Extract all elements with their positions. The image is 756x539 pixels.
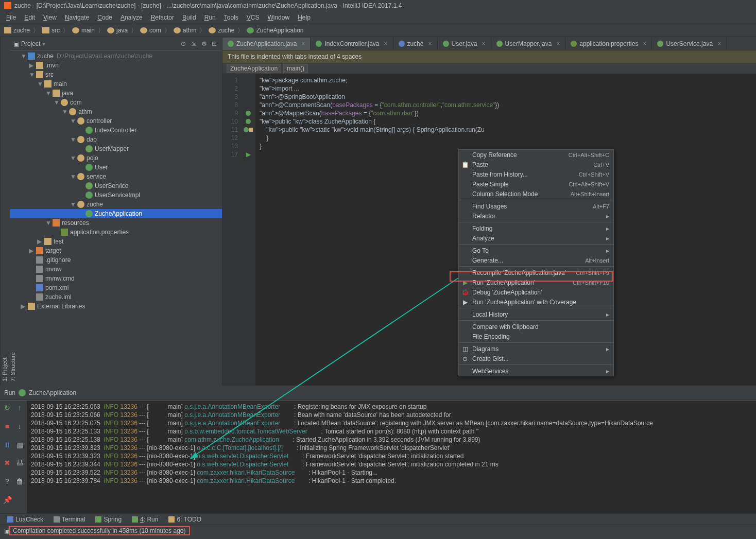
bottom-tab-LuaCheck[interactable]: LuaCheck [2,516,48,523]
tab-close-icon[interactable]: × [717,40,721,47]
tab-User.java[interactable]: User.java× [438,38,491,50]
tree-item-java[interactable]: ▼java [10,89,222,98]
tab-UserService.java[interactable]: UserService.java× [652,38,727,50]
menu-view[interactable]: View [39,13,61,22]
tree-item-UserService[interactable]: UserService [10,181,222,190]
tree-item-zuche[interactable]: ▼zucheD:\Project\Java\Learn\zuche\zuche [10,51,222,61]
menu-help[interactable]: Help [294,13,315,22]
bottom-tab-Terminal[interactable]: Terminal [48,516,90,523]
tab-close-icon[interactable]: × [556,40,560,47]
tab-close-icon[interactable]: × [482,40,486,47]
ctx-webservices[interactable]: WebServices▸ [459,366,613,376]
breadcrumb-item[interactable]: main() [283,64,308,73]
pin-icon[interactable]: 📌 [2,495,12,505]
tree-item-main[interactable]: ▼main [10,79,222,89]
ctx-debug-zucheapplication-[interactable]: 🐞Debug 'ZucheApplication' [459,287,613,297]
project-tool-tab[interactable]: 1: Project [1,37,9,386]
ctx-compare-with-clipboard[interactable]: Compare with Clipboard [459,322,613,332]
ctx-paste-simple[interactable]: Paste SimpleCtrl+Alt+Shift+V [459,179,613,189]
breadcrumb-com[interactable]: com [138,27,163,34]
tree-item-zuche.iml[interactable]: zuche.iml [10,292,222,302]
tree-item-mvnw[interactable]: mvnw [10,265,222,274]
editor-context-menu[interactable]: Copy ReferenceCtrl+Alt+Shift+C📋PasteCtrl… [458,149,614,376]
menu-refactor[interactable]: Refactor [147,13,178,22]
tree-item-ZucheApplication[interactable]: ZucheApplication [10,209,222,218]
tab-close-icon[interactable]: × [384,40,387,47]
tree-item-service[interactable]: ▼service [10,172,222,181]
ctx-paste[interactable]: 📋PasteCtrl+V [459,160,613,169]
ctx-file-encoding[interactable]: File Encoding [459,332,613,341]
ctx-go-to[interactable]: Go To▸ [459,246,613,255]
tree-item-User[interactable]: User [10,163,222,172]
left-tool-gutter[interactable]: 1: Project 7: Structure [0,37,10,386]
tab-UserMapper.java[interactable]: UserMapper.java× [491,38,566,50]
stop-icon[interactable]: ■ [2,421,12,431]
print-icon[interactable]: 🖶 [14,458,25,468]
menu-navigate[interactable]: Navigate [61,13,93,22]
tree-item-.gitignore[interactable]: .gitignore [10,255,222,265]
tree-item-test[interactable]: ▶test [10,237,222,246]
up-icon[interactable]: ↑ [14,403,25,413]
ctx-diagrams[interactable]: ◫Diagrams▸ [459,344,613,354]
tree-item-.mvn[interactable]: ▶.mvn [10,61,222,70]
tab-close-icon[interactable]: × [301,40,305,47]
breadcrumb-ZucheApplication[interactable]: ZucheApplication [245,27,305,34]
tree-item-application.properties[interactable]: application.properties [10,228,222,237]
tree-item-src[interactable]: ▼src [10,70,222,79]
rerun-icon[interactable]: ↻ [2,403,12,413]
tree-item-dao[interactable]: ▼dao [10,135,222,144]
help-icon[interactable]: ? [2,476,12,486]
menu-vcs[interactable]: VCS [243,13,264,22]
settings-icon[interactable]: ⚙ [201,40,209,47]
ctx-create-gist-[interactable]: ⊙Create Gist... [459,354,613,363]
tree-item-UserMapper[interactable]: UserMapper [10,144,222,153]
tree-item-UserServiceImpl[interactable]: UserServiceImpl [10,190,222,200]
project-dropdown-icon[interactable]: ▾ [42,40,45,47]
tab-zuche[interactable]: zuche× [393,38,438,50]
tab-ZucheApplication.java[interactable]: ZucheApplication.java× [222,38,311,50]
ctx-column-selection-mode[interactable]: Column Selection ModeAlt+Shift+Insert [459,189,613,199]
run-console-output[interactable]: 2018-09-15 16:23:25.063 INFO 13236 --- [… [27,401,756,513]
hide-icon[interactable]: ⊟ [212,40,219,47]
menu-file[interactable]: File [2,13,20,22]
menu-code[interactable]: Code [93,13,116,22]
menu-build[interactable]: Build [178,13,200,22]
tab-application.properties[interactable]: application.properties× [565,38,652,50]
menu-analyze[interactable]: Analyze [116,13,147,22]
collapse-icon[interactable]: ⊙ [181,40,188,47]
menu-edit[interactable]: Edit [20,13,39,22]
bottom-tab-4: Run[interactable]: 4: Run [127,516,163,523]
down-icon[interactable]: ↓ [14,421,25,431]
bean-icon[interactable] [246,119,251,124]
breadcrumb-src[interactable]: src [40,27,62,34]
bottom-tab-Spring[interactable]: Spring [90,516,127,523]
tree-item-mvnw.cmd[interactable]: mvnw.cmd [10,274,222,283]
tree-item-controller[interactable]: ▼controller [10,116,222,126]
trash-icon[interactable]: 🗑 [14,476,25,486]
ctx-find-usages[interactable]: Find UsagesAlt+F7 [459,201,613,211]
tree-item-IndexController[interactable]: IndexController [10,126,222,135]
breadcrumb-athm[interactable]: athm [171,27,199,34]
breadcrumb-zuche[interactable]: zuche [207,27,236,34]
tree-item-pom.xml[interactable]: pom.xml [10,283,222,292]
editor-gutter[interactable]: ▶ [241,74,255,386]
ctx-refactor[interactable]: Refactor▸ [459,211,613,221]
project-tree[interactable]: ▼zucheD:\Project\Java\Learn\zuche\zuche▶… [10,50,222,386]
tree-item-resources[interactable]: ▼resources [10,218,222,228]
tree-item-zuche[interactable]: ▼zuche [10,200,222,209]
ctx-copy-reference[interactable]: Copy ReferenceCtrl+Alt+Shift+C [459,150,613,160]
breadcrumb-item[interactable]: ZucheApplication [227,64,281,73]
close-icon[interactable]: ✖ [2,458,12,468]
ctx-generate-[interactable]: Generate...Alt+Insert [459,255,613,265]
ctx-folding[interactable]: Folding▸ [459,223,613,233]
tab-IndexController.java[interactable]: IndexController.java× [311,38,393,50]
breadcrumb-zuche[interactable]: zuche [2,27,32,34]
structure-tool-tab[interactable]: 7: Structure [9,37,17,386]
breadcrumb-main[interactable]: main [70,27,97,34]
ctx-analyze[interactable]: Analyze▸ [459,233,613,243]
tree-item-pojo[interactable]: ▼pojo [10,153,222,163]
tab-close-icon[interactable]: × [643,40,646,47]
tree-item-target[interactable]: ▶target [10,246,222,255]
tree-item-athm[interactable]: ▼athm [10,107,222,116]
pause-icon[interactable]: ⏸ [2,440,12,450]
